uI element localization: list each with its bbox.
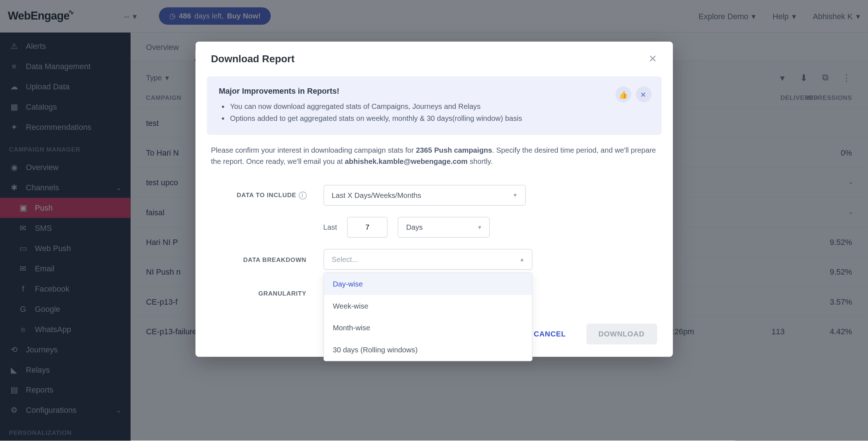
select-unit[interactable]: Days▾ <box>398 217 490 238</box>
banner-title: Major Improvements in Reports! <box>219 86 649 96</box>
modal-overlay: Download Report ✕ Major Improvements in … <box>0 0 868 441</box>
dropdown-option-month[interactable]: Month-wise <box>324 317 532 339</box>
dropdown-option-day[interactable]: Day-wise <box>324 273 532 295</box>
close-icon[interactable]: ✕ <box>648 53 657 65</box>
dropdown-option-rolling[interactable]: 30 days (Rolling windows) <box>324 339 532 361</box>
download-report-modal: Download Report ✕ Major Improvements in … <box>195 42 673 357</box>
label-data-include: DATA TO INCLUDEi <box>211 191 323 199</box>
chevron-down-icon: ▾ <box>514 192 517 199</box>
last-number-input[interactable] <box>347 217 388 238</box>
dropdown-option-week[interactable]: Week-wise <box>324 295 532 317</box>
dismiss-banner-button[interactable]: ✕ <box>635 86 651 102</box>
confirm-text: Please confirm your interest in download… <box>195 145 673 179</box>
label-granularity: GRANULARITY <box>211 290 323 297</box>
banner-bullet: Options added to get aggregated stats on… <box>230 113 649 124</box>
chevron-up-icon: ▴ <box>520 256 524 263</box>
last-label: Last <box>323 223 337 232</box>
select-data-include[interactable]: Last X Days/Weeks/Months▾ <box>323 185 526 205</box>
select-data-breakdown[interactable]: Select...▴ <box>323 249 532 270</box>
info-banner: Major Improvements in Reports! You can n… <box>207 76 661 135</box>
modal-title: Download Report <box>211 53 294 65</box>
banner-bullet: You can now download aggregated stats of… <box>230 101 649 113</box>
info-icon[interactable]: i <box>298 191 306 199</box>
dropdown-menu: Day-wise Week-wise Month-wise 30 days (R… <box>323 272 532 361</box>
download-button[interactable]: DOWNLOAD <box>586 324 657 344</box>
thumbs-up-button[interactable]: 👍 <box>615 86 631 102</box>
chevron-down-icon: ▾ <box>478 224 481 231</box>
label-data-breakdown: DATA BREAKDOWN <box>211 256 323 263</box>
